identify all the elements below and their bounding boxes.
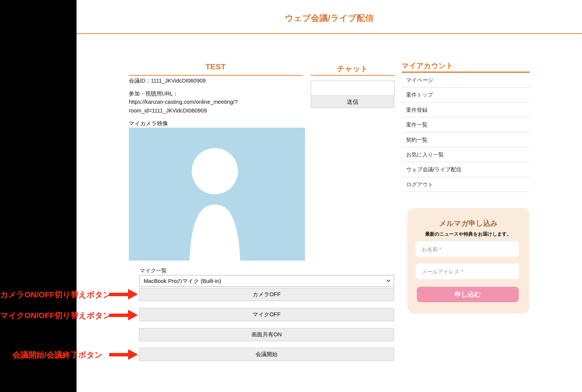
mic-toggle-button[interactable]: マイクOFF [139,308,394,321]
newsletter-email-field[interactable] [416,264,519,279]
annotation-meeting-toggle: 会議開始/会議終了ボタン [0,350,103,360]
screen-share-button[interactable]: 画面共有ON [139,328,394,341]
chat-heading-underline [311,75,394,76]
chat-heading: チャット [311,64,394,74]
chat-message-input[interactable] [311,81,394,96]
newsletter-heading: メルマガ申し込み [407,219,529,228]
header-divider [77,33,582,34]
mic-select-wrapper: MacBook Proのマイク (Built-in) [139,275,394,287]
newsletter-name-field[interactable] [416,241,519,257]
meeting-id-text: 会議ID：1111_JKVidcDI060909 [129,77,206,84]
newsletter-submit-button[interactable]: 申し込む [417,287,519,302]
person-silhouette-icon [129,128,305,261]
meeting-url-line1: https://kanzan-casting.com/online_meetin… [129,99,238,105]
annotation-arrow-icon [109,349,138,360]
newsletter-subtitle: 最新のニュースや特典をお届けします。 [407,231,529,237]
chat-send-button[interactable]: 送信 [311,95,394,108]
meeting-url-line2: room_id=1111_JKVidcDI060909 [129,108,207,114]
mic-select[interactable]: MacBook Proのマイク (Built-in) [140,275,394,286]
sidebar-item-project-top[interactable]: 案件トップ [402,87,530,102]
sidebar-item-mypage[interactable]: マイページ [402,73,530,87]
left-black-strip [0,0,77,392]
sidebar-item-logout[interactable]: ログアウト [402,177,530,192]
mic-list-label: マイク一覧 [140,267,167,274]
annotation-arrow-icon [109,289,138,300]
sidebar-item-contract-list[interactable]: 契約一覧 [402,133,530,147]
account-heading: マイアカウント [402,61,453,71]
meeting-heading: TEST [129,62,302,71]
sidebar-item-project-list[interactable]: 案件一覧 [402,117,530,132]
annotation-mic-toggle: マイクON/OFF切り替えボタン [0,310,105,321]
camera-preview [129,128,305,261]
meeting-heading-underline [129,75,302,76]
sidebar-item-favorites[interactable]: お気に入り一覧 [402,147,530,162]
camera-preview-label: マイカメラ映像 [129,120,168,127]
camera-toggle-button[interactable]: カメラOFF [139,288,394,301]
newsletter-card: メルマガ申し込み 最新のニュースや特典をお届けします。 申し込む [407,208,529,314]
page-title: ウェブ会議/ライブ配信 [77,12,582,24]
sidebar-item-web-meeting[interactable]: ウェブ会議/ライブ配信 [402,162,530,177]
annotation-camera-toggle: カメラON/OFF切り替えボタン [0,289,105,300]
account-menu: マイページ 案件トップ 案件登録 案件一覧 契約一覧 お気に入り一覧 ウェブ会議… [402,73,530,192]
meeting-start-button[interactable]: 会議開始 [139,348,394,361]
sidebar-item-project-register[interactable]: 案件登録 [402,103,530,117]
meeting-url-label: 参加・視聴用URL： [129,90,178,97]
annotation-arrow-icon [109,310,138,320]
